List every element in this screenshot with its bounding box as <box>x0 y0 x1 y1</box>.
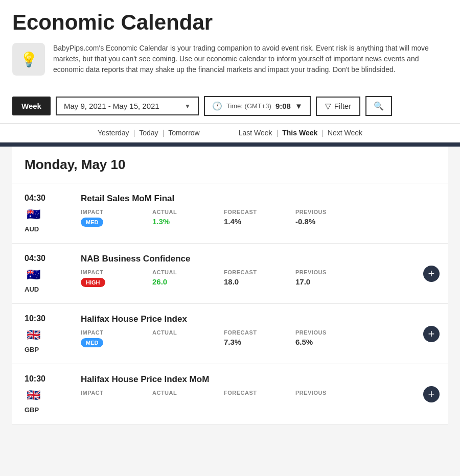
forecast-value: 7.3% <box>224 338 285 346</box>
event-details: Halifax House Price Index MoM IMPACT ACT… <box>76 374 435 398</box>
time-dropdown[interactable]: 🕐 Time: (GMT+3) 9:08 ▼ <box>204 96 311 116</box>
previous-col: PREVIOUS -0.8% <box>295 209 367 227</box>
actual-label: ACTUAL <box>152 269 214 275</box>
nav-link-last-week[interactable]: Last Week <box>235 129 277 137</box>
forecast-value: 18.0 <box>224 277 285 286</box>
event-data-row: IMPACT HIGH ACTUAL 26.0 FORECAST 18.0 PR… <box>81 269 435 287</box>
impact-col: IMPACT MED <box>81 209 152 227</box>
add-button[interactable]: + <box>423 386 440 402</box>
impact-badge: HIGH <box>81 278 105 287</box>
clock-icon: 🕐 <box>212 101 222 111</box>
nav-link-next-week[interactable]: Next Week <box>324 129 366 137</box>
nav-link-tomorrow[interactable]: Tomorrow <box>164 129 203 137</box>
previous-col: PREVIOUS 17.0 <box>295 269 367 287</box>
filter-icon: ▽ <box>325 102 331 111</box>
nav-link-this-week[interactable]: This Week <box>278 129 321 137</box>
previous-label: PREVIOUS <box>295 329 357 336</box>
previous-col: PREVIOUS <box>295 390 367 398</box>
forecast-label: FORECAST <box>224 209 285 215</box>
intro-icon: 💡 <box>12 43 45 76</box>
actual-value: 26.0 <box>152 277 214 286</box>
nav-week-group: Last Week | This Week | Next Week <box>235 129 366 137</box>
date-range-arrow-icon: ▼ <box>185 103 191 110</box>
previous-value: 6.5% <box>295 338 357 346</box>
forecast-label: FORECAST <box>224 329 285 336</box>
page-title: Economic Calendar <box>12 10 448 35</box>
add-button[interactable]: + <box>423 266 440 282</box>
date-range-dropdown[interactable]: May 9, 2021 - May 15, 2021 ▼ <box>56 97 199 115</box>
nav-link-yesterday[interactable]: Yesterday <box>94 129 133 137</box>
event-time-currency: 04:30 🇦🇺 AUD <box>25 254 76 293</box>
impact-col: IMPACT HIGH <box>81 269 152 287</box>
table-row: 10:30 🇬🇧 GBP Halifax House Price Index M… <box>12 364 448 424</box>
actual-col: ACTUAL <box>152 390 224 398</box>
forecast-col: FORECAST 1.4% <box>224 209 295 227</box>
forecast-col: FORECAST 18.0 <box>224 269 295 287</box>
search-button[interactable]: 🔍 <box>365 96 392 116</box>
previous-value: 17.0 <box>295 277 357 286</box>
event-title: Halifax House Price Index MoM <box>81 374 435 385</box>
currency-code: AUD <box>25 285 39 293</box>
previous-label: PREVIOUS <box>295 209 357 215</box>
intro-text: BabyPips.com's Economic Calendar is your… <box>53 43 448 75</box>
main-content: Monday, May 10 04:30 🇦🇺 AUD Retail Sales… <box>0 147 460 424</box>
impact-label: IMPACT <box>81 390 142 396</box>
currency-code: AUD <box>25 225 39 233</box>
nav-day-group: Yesterday | Today | Tomorrow <box>94 129 204 137</box>
impact-badge: MED <box>81 218 103 227</box>
impact-col: IMPACT <box>81 390 152 398</box>
table-row: 10:30 🇬🇧 GBP Halifax House Price Index I… <box>12 303 448 364</box>
nav-link-today[interactable]: Today <box>135 129 162 137</box>
impact-col: IMPACT MED <box>81 329 152 347</box>
event-details: Halifax House Price Index IMPACT MED ACT… <box>76 314 435 347</box>
actual-col: ACTUAL 1.3% <box>152 209 224 227</box>
intro-box: 💡 BabyPips.com's Economic Calendar is yo… <box>12 43 448 76</box>
table-row: 04:30 🇦🇺 AUD Retail Sales MoM Final IMPA… <box>12 183 448 243</box>
event-time: 04:30 <box>25 194 45 203</box>
actual-label: ACTUAL <box>152 329 214 336</box>
flag-icon: 🇬🇧 <box>25 326 42 344</box>
event-time: 04:30 <box>25 254 45 263</box>
impact-label: IMPACT <box>81 269 142 275</box>
previous-label: PREVIOUS <box>295 390 357 396</box>
time-label: Time: (GMT+3) <box>226 102 271 110</box>
forecast-value: 1.4% <box>224 217 285 226</box>
event-title: Halifax House Price Index <box>81 314 435 324</box>
actual-label: ACTUAL <box>152 209 214 215</box>
date-section: Monday, May 10 04:30 🇦🇺 AUD Retail Sales… <box>12 147 448 424</box>
forecast-col: FORECAST <box>224 390 295 398</box>
event-time-currency: 04:30 🇦🇺 AUD <box>25 194 76 233</box>
forecast-label: FORECAST <box>224 269 285 275</box>
previous-value: -0.8% <box>295 217 357 226</box>
previous-col: PREVIOUS 6.5% <box>295 329 367 347</box>
flag-icon: 🇬🇧 <box>25 387 42 404</box>
time-arrow-icon: ▼ <box>295 102 303 110</box>
event-details: NAB Business Confidence IMPACT HIGH ACTU… <box>76 254 435 287</box>
search-icon: 🔍 <box>374 101 384 111</box>
event-title: Retail Sales MoM Final <box>81 194 435 204</box>
week-button[interactable]: Week <box>12 97 51 115</box>
flag-icon: 🇦🇺 <box>25 206 42 223</box>
event-data-row: IMPACT ACTUAL FORECAST PREVIOUS <box>81 390 435 398</box>
section-date-heading: Monday, May 10 <box>12 147 448 183</box>
event-time-currency: 10:30 🇬🇧 GBP <box>25 314 76 353</box>
event-details: Retail Sales MoM Final IMPACT MED ACTUAL… <box>76 194 435 227</box>
event-data-row: IMPACT MED ACTUAL FORECAST 7.3% PREVIOUS… <box>81 329 435 347</box>
table-row: 04:30 🇦🇺 AUD NAB Business Confidence IMP… <box>12 243 448 303</box>
filter-button[interactable]: ▽ Filter <box>316 97 360 116</box>
add-button[interactable]: + <box>423 326 440 342</box>
flag-icon: 🇦🇺 <box>25 266 42 283</box>
previous-label: PREVIOUS <box>295 269 357 275</box>
impact-label: IMPACT <box>81 209 142 215</box>
actual-col: ACTUAL 26.0 <box>152 269 224 287</box>
forecast-col: FORECAST 7.3% <box>224 329 295 347</box>
currency-code: GBP <box>25 346 39 353</box>
event-title: NAB Business Confidence <box>81 254 435 264</box>
section-divider-bar <box>0 142 460 147</box>
actual-value: 1.3% <box>152 217 214 226</box>
events-container: 04:30 🇦🇺 AUD Retail Sales MoM Final IMPA… <box>12 183 448 424</box>
actual-label: ACTUAL <box>152 390 214 396</box>
event-data-row: IMPACT MED ACTUAL 1.3% FORECAST 1.4% PRE… <box>81 209 435 227</box>
event-time-currency: 10:30 🇬🇧 GBP <box>25 374 76 414</box>
filter-label: Filter <box>334 102 351 110</box>
